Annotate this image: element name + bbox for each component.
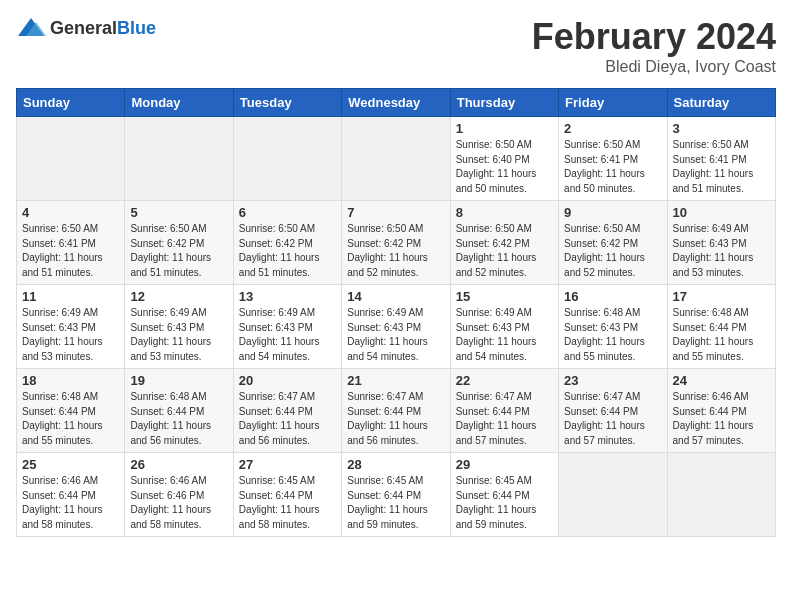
day-number: 6 <box>239 205 336 220</box>
weekday-header-row: SundayMondayTuesdayWednesdayThursdayFrid… <box>17 89 776 117</box>
calendar-cell: 5Sunrise: 6:50 AMSunset: 6:42 PMDaylight… <box>125 201 233 285</box>
day-info: Sunrise: 6:47 AMSunset: 6:44 PMDaylight:… <box>564 390 661 448</box>
day-number: 13 <box>239 289 336 304</box>
day-info: Sunrise: 6:49 AMSunset: 6:43 PMDaylight:… <box>456 306 553 364</box>
logo-blue-text: Blue <box>117 18 156 38</box>
calendar-cell <box>233 117 341 201</box>
calendar-cell: 27Sunrise: 6:45 AMSunset: 6:44 PMDayligh… <box>233 453 341 537</box>
day-number: 9 <box>564 205 661 220</box>
day-number: 14 <box>347 289 444 304</box>
day-info: Sunrise: 6:48 AMSunset: 6:44 PMDaylight:… <box>22 390 119 448</box>
logo-icon <box>16 16 46 40</box>
calendar-cell: 26Sunrise: 6:46 AMSunset: 6:46 PMDayligh… <box>125 453 233 537</box>
weekday-header-monday: Monday <box>125 89 233 117</box>
calendar-cell <box>125 117 233 201</box>
day-info: Sunrise: 6:50 AMSunset: 6:41 PMDaylight:… <box>673 138 770 196</box>
calendar-cell: 6Sunrise: 6:50 AMSunset: 6:42 PMDaylight… <box>233 201 341 285</box>
day-info: Sunrise: 6:48 AMSunset: 6:44 PMDaylight:… <box>130 390 227 448</box>
day-number: 28 <box>347 457 444 472</box>
calendar-cell: 17Sunrise: 6:48 AMSunset: 6:44 PMDayligh… <box>667 285 775 369</box>
day-info: Sunrise: 6:47 AMSunset: 6:44 PMDaylight:… <box>347 390 444 448</box>
calendar-cell: 14Sunrise: 6:49 AMSunset: 6:43 PMDayligh… <box>342 285 450 369</box>
page-header: GeneralBlue February 2024 Bledi Dieya, I… <box>16 16 776 76</box>
day-number: 15 <box>456 289 553 304</box>
calendar-cell: 10Sunrise: 6:49 AMSunset: 6:43 PMDayligh… <box>667 201 775 285</box>
day-number: 19 <box>130 373 227 388</box>
calendar-week-row: 1Sunrise: 6:50 AMSunset: 6:40 PMDaylight… <box>17 117 776 201</box>
day-info: Sunrise: 6:46 AMSunset: 6:46 PMDaylight:… <box>130 474 227 532</box>
day-info: Sunrise: 6:45 AMSunset: 6:44 PMDaylight:… <box>456 474 553 532</box>
title-area: February 2024 Bledi Dieya, Ivory Coast <box>532 16 776 76</box>
weekday-header-thursday: Thursday <box>450 89 558 117</box>
calendar-cell: 4Sunrise: 6:50 AMSunset: 6:41 PMDaylight… <box>17 201 125 285</box>
day-number: 4 <box>22 205 119 220</box>
calendar-cell: 12Sunrise: 6:49 AMSunset: 6:43 PMDayligh… <box>125 285 233 369</box>
day-number: 21 <box>347 373 444 388</box>
calendar-cell <box>17 117 125 201</box>
day-info: Sunrise: 6:46 AMSunset: 6:44 PMDaylight:… <box>673 390 770 448</box>
day-info: Sunrise: 6:50 AMSunset: 6:42 PMDaylight:… <box>347 222 444 280</box>
weekday-header-wednesday: Wednesday <box>342 89 450 117</box>
calendar-cell: 25Sunrise: 6:46 AMSunset: 6:44 PMDayligh… <box>17 453 125 537</box>
calendar-cell: 21Sunrise: 6:47 AMSunset: 6:44 PMDayligh… <box>342 369 450 453</box>
day-number: 3 <box>673 121 770 136</box>
day-number: 1 <box>456 121 553 136</box>
day-number: 27 <box>239 457 336 472</box>
calendar-cell: 22Sunrise: 6:47 AMSunset: 6:44 PMDayligh… <box>450 369 558 453</box>
calendar-cell: 1Sunrise: 6:50 AMSunset: 6:40 PMDaylight… <box>450 117 558 201</box>
day-number: 24 <box>673 373 770 388</box>
day-info: Sunrise: 6:49 AMSunset: 6:43 PMDaylight:… <box>239 306 336 364</box>
calendar-week-row: 18Sunrise: 6:48 AMSunset: 6:44 PMDayligh… <box>17 369 776 453</box>
day-info: Sunrise: 6:50 AMSunset: 6:42 PMDaylight:… <box>564 222 661 280</box>
logo-general-text: General <box>50 18 117 38</box>
calendar-cell: 11Sunrise: 6:49 AMSunset: 6:43 PMDayligh… <box>17 285 125 369</box>
day-info: Sunrise: 6:48 AMSunset: 6:44 PMDaylight:… <box>673 306 770 364</box>
day-number: 25 <box>22 457 119 472</box>
day-number: 2 <box>564 121 661 136</box>
calendar-cell: 2Sunrise: 6:50 AMSunset: 6:41 PMDaylight… <box>559 117 667 201</box>
calendar-cell: 15Sunrise: 6:49 AMSunset: 6:43 PMDayligh… <box>450 285 558 369</box>
calendar-cell <box>559 453 667 537</box>
calendar-cell <box>342 117 450 201</box>
day-info: Sunrise: 6:50 AMSunset: 6:42 PMDaylight:… <box>456 222 553 280</box>
calendar-cell: 18Sunrise: 6:48 AMSunset: 6:44 PMDayligh… <box>17 369 125 453</box>
day-number: 11 <box>22 289 119 304</box>
day-info: Sunrise: 6:47 AMSunset: 6:44 PMDaylight:… <box>456 390 553 448</box>
day-info: Sunrise: 6:46 AMSunset: 6:44 PMDaylight:… <box>22 474 119 532</box>
day-number: 22 <box>456 373 553 388</box>
calendar-cell: 9Sunrise: 6:50 AMSunset: 6:42 PMDaylight… <box>559 201 667 285</box>
day-number: 23 <box>564 373 661 388</box>
calendar-table: SundayMondayTuesdayWednesdayThursdayFrid… <box>16 88 776 537</box>
day-info: Sunrise: 6:49 AMSunset: 6:43 PMDaylight:… <box>130 306 227 364</box>
month-year-title: February 2024 <box>532 16 776 58</box>
calendar-cell: 20Sunrise: 6:47 AMSunset: 6:44 PMDayligh… <box>233 369 341 453</box>
day-number: 7 <box>347 205 444 220</box>
calendar-cell: 16Sunrise: 6:48 AMSunset: 6:43 PMDayligh… <box>559 285 667 369</box>
calendar-cell: 7Sunrise: 6:50 AMSunset: 6:42 PMDaylight… <box>342 201 450 285</box>
day-info: Sunrise: 6:48 AMSunset: 6:43 PMDaylight:… <box>564 306 661 364</box>
day-info: Sunrise: 6:45 AMSunset: 6:44 PMDaylight:… <box>347 474 444 532</box>
day-info: Sunrise: 6:49 AMSunset: 6:43 PMDaylight:… <box>22 306 119 364</box>
calendar-cell: 3Sunrise: 6:50 AMSunset: 6:41 PMDaylight… <box>667 117 775 201</box>
day-info: Sunrise: 6:49 AMSunset: 6:43 PMDaylight:… <box>673 222 770 280</box>
weekday-header-friday: Friday <box>559 89 667 117</box>
day-number: 20 <box>239 373 336 388</box>
day-info: Sunrise: 6:50 AMSunset: 6:41 PMDaylight:… <box>22 222 119 280</box>
calendar-cell: 13Sunrise: 6:49 AMSunset: 6:43 PMDayligh… <box>233 285 341 369</box>
day-number: 10 <box>673 205 770 220</box>
day-number: 16 <box>564 289 661 304</box>
calendar-week-row: 25Sunrise: 6:46 AMSunset: 6:44 PMDayligh… <box>17 453 776 537</box>
day-number: 29 <box>456 457 553 472</box>
day-number: 5 <box>130 205 227 220</box>
day-number: 17 <box>673 289 770 304</box>
calendar-cell <box>667 453 775 537</box>
calendar-week-row: 11Sunrise: 6:49 AMSunset: 6:43 PMDayligh… <box>17 285 776 369</box>
day-info: Sunrise: 6:49 AMSunset: 6:43 PMDaylight:… <box>347 306 444 364</box>
day-info: Sunrise: 6:50 AMSunset: 6:42 PMDaylight:… <box>239 222 336 280</box>
calendar-week-row: 4Sunrise: 6:50 AMSunset: 6:41 PMDaylight… <box>17 201 776 285</box>
logo: GeneralBlue <box>16 16 156 40</box>
day-number: 26 <box>130 457 227 472</box>
calendar-cell: 24Sunrise: 6:46 AMSunset: 6:44 PMDayligh… <box>667 369 775 453</box>
calendar-cell: 28Sunrise: 6:45 AMSunset: 6:44 PMDayligh… <box>342 453 450 537</box>
calendar-cell: 8Sunrise: 6:50 AMSunset: 6:42 PMDaylight… <box>450 201 558 285</box>
